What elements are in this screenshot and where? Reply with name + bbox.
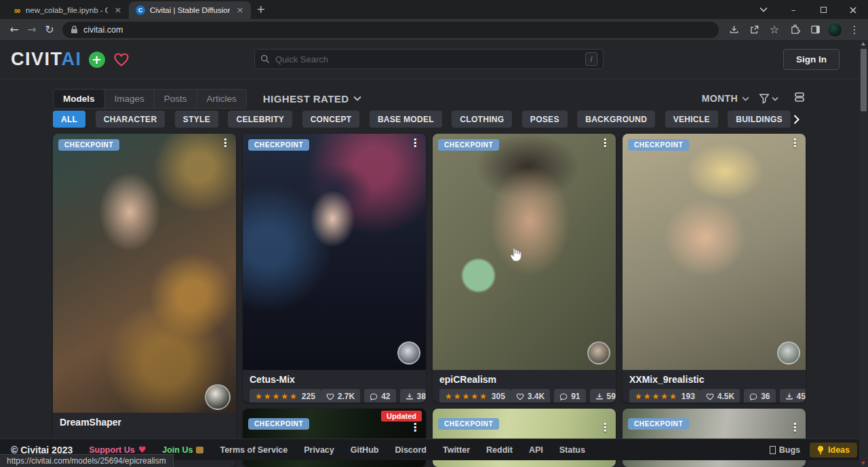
browser-tab-colab[interactable]: ∞ new_colab_file.ipynb - Colaborat ×: [7, 1, 129, 19]
browser-menu-kebab-icon[interactable]: ⋮: [846, 22, 863, 38]
downloads-pill[interactable]: 45K: [780, 389, 806, 403]
footer-link-twitter[interactable]: Twitter: [443, 445, 470, 455]
extensions-puzzle-icon[interactable]: [787, 22, 803, 38]
create-plus-icon[interactable]: +: [89, 52, 105, 68]
chip-concept[interactable]: CONCEPT: [302, 111, 360, 128]
forward-button[interactable]: →: [23, 21, 41, 39]
share-icon[interactable]: [746, 22, 762, 38]
footer-link-reddit[interactable]: Reddit: [486, 445, 513, 455]
chips-scroll-next-button[interactable]: [789, 113, 803, 126]
footer-link-join-us[interactable]: Join Us: [162, 445, 203, 455]
tab-posts[interactable]: Posts: [154, 90, 197, 108]
rating-pill[interactable]: ★★★★★ 193: [629, 389, 701, 403]
model-card-epicrealism[interactable]: CHECKPOINT ⋮ epiCRealism ★★★★★ 305 3.4K: [433, 134, 616, 403]
bookmark-star-icon[interactable]: ☆: [766, 22, 783, 38]
search-input[interactable]: [275, 54, 580, 64]
tab-strip: ∞ new_colab_file.ipynb - Colaborat × C C…: [0, 0, 868, 19]
tab-close-icon[interactable]: ×: [113, 5, 123, 16]
card-menu-kebab-icon[interactable]: ⋮: [220, 138, 231, 149]
chip-vehicle[interactable]: VEHICLE: [665, 111, 718, 128]
chip-style[interactable]: STYLE: [175, 111, 218, 128]
downloads-pill[interactable]: 59K: [590, 389, 616, 403]
comments-pill[interactable]: 36: [744, 389, 775, 403]
period-label-text: MONTH: [702, 93, 738, 104]
card-menu-kebab-icon[interactable]: ⋮: [410, 138, 420, 149]
footer-link-terms[interactable]: Terms of Service: [220, 445, 288, 455]
likes-count: 4.5K: [717, 392, 734, 401]
maximize-button[interactable]: [808, 0, 838, 19]
civitai-logo[interactable]: CIVITAI +: [11, 49, 130, 70]
creator-avatar[interactable]: [777, 341, 800, 365]
footer-link-discord[interactable]: Discord: [395, 445, 427, 455]
chip-base-model[interactable]: BASE MODEL: [370, 111, 442, 128]
comments-pill[interactable]: 42: [364, 389, 395, 403]
scrollbar-up-arrow[interactable]: [861, 42, 865, 45]
likes-pill[interactable]: 4.5K: [701, 389, 740, 403]
page-scrollbar[interactable]: [859, 40, 868, 467]
footer-ideas-button[interactable]: Ideas: [810, 443, 857, 457]
card-menu-kebab-icon[interactable]: ⋮: [789, 138, 800, 149]
chip-background[interactable]: BACKGROUND: [577, 111, 655, 128]
reload-button[interactable]: ↻: [41, 21, 58, 39]
model-title: DreamShaper: [60, 417, 229, 428]
back-button[interactable]: ←: [5, 21, 23, 39]
side-panel-icon[interactable]: [807, 22, 823, 38]
tab-images[interactable]: Images: [104, 90, 154, 108]
sort-dropdown[interactable]: HIGHEST RATED: [263, 93, 362, 105]
likes-pill[interactable]: 3.4K: [511, 389, 550, 403]
card-menu-kebab-icon[interactable]: ⋮: [789, 422, 800, 433]
footer-link-privacy[interactable]: Privacy: [304, 445, 334, 455]
chip-buildings[interactable]: BUILDINGS: [728, 111, 791, 128]
download-page-icon[interactable]: [726, 22, 742, 38]
footer-bugs-button[interactable]: Bugs: [770, 445, 800, 455]
period-dropdown[interactable]: MONTH: [702, 93, 749, 104]
rating-pill[interactable]: ★★★★★ 305: [439, 389, 511, 403]
model-card-xxmix-9realistic[interactable]: CHECKPOINT ⋮ XXMix_9realistic ★★★★★ 193 …: [623, 134, 806, 403]
card-menu-kebab-icon[interactable]: ⋮: [410, 422, 420, 433]
tab-articles[interactable]: Articles: [197, 90, 246, 108]
likes-count: 3.4K: [528, 392, 545, 401]
close-window-button[interactable]: ×: [838, 0, 868, 19]
footer-link-status[interactable]: Status: [559, 445, 585, 455]
creator-avatar[interactable]: [587, 341, 610, 365]
creator-avatar[interactable]: [205, 384, 231, 410]
bugs-label: Bugs: [779, 445, 800, 455]
scrollbar-down-arrow[interactable]: [861, 462, 865, 465]
scrollbar-thumb[interactable]: [861, 49, 867, 111]
rating-pill[interactable]: ★★★★★ 225: [250, 389, 321, 403]
creator-avatar[interactable]: [397, 341, 420, 365]
chip-poses[interactable]: POSES: [522, 111, 568, 128]
chip-character[interactable]: CHARACTER: [96, 111, 165, 128]
quick-search-bar[interactable]: /: [254, 49, 604, 69]
footer-link-api[interactable]: API: [529, 445, 543, 455]
chevron-down-icon: [772, 96, 778, 101]
likes-pill[interactable]: 2.7K: [321, 389, 360, 403]
address-bar[interactable]: civitai.com: [62, 22, 719, 38]
model-image: CHECKPOINT ⋮: [53, 134, 236, 413]
new-tab-button[interactable]: +: [256, 3, 265, 16]
maximize-icon: [821, 7, 827, 13]
model-type-badge: CHECKPOINT: [248, 418, 309, 430]
chip-celebrity[interactable]: CELEBRITY: [228, 111, 292, 128]
chip-clothing[interactable]: CLOTHING: [452, 111, 512, 128]
model-card-cetus-mix[interactable]: CHECKPOINT ⋮ Cetus-Mix ★★★★★ 225 2.7K: [243, 134, 426, 403]
tab-models[interactable]: Models: [53, 89, 105, 109]
favorites-heart-icon[interactable]: [113, 52, 130, 67]
browser-tab-civitai[interactable]: C Civitai | Stable Diffusion models, ×: [129, 1, 251, 19]
layout-toggle-button[interactable]: [793, 91, 806, 106]
downloads-pill[interactable]: 38K: [400, 389, 426, 403]
card-menu-kebab-icon[interactable]: ⋮: [599, 422, 610, 433]
chevron-down-icon: [742, 96, 749, 101]
chip-all[interactable]: ALL: [53, 111, 85, 128]
comments-pill[interactable]: 91: [554, 389, 585, 403]
model-card-dreamshaper[interactable]: CHECKPOINT ⋮ DreamShaper: [53, 134, 236, 467]
sign-in-button[interactable]: Sign In: [783, 49, 840, 70]
browser-profile-avatar[interactable]: [827, 22, 842, 37]
tab-search-chevron-icon[interactable]: [749, 0, 778, 19]
footer-link-github[interactable]: GitHub: [351, 445, 379, 455]
minimize-button[interactable]: –: [778, 0, 808, 19]
footer-link-support-us[interactable]: Support Us ♥: [89, 445, 146, 455]
filter-dropdown[interactable]: [759, 93, 778, 104]
tab-close-icon[interactable]: ×: [235, 5, 245, 16]
card-menu-kebab-icon[interactable]: ⋮: [599, 138, 610, 149]
